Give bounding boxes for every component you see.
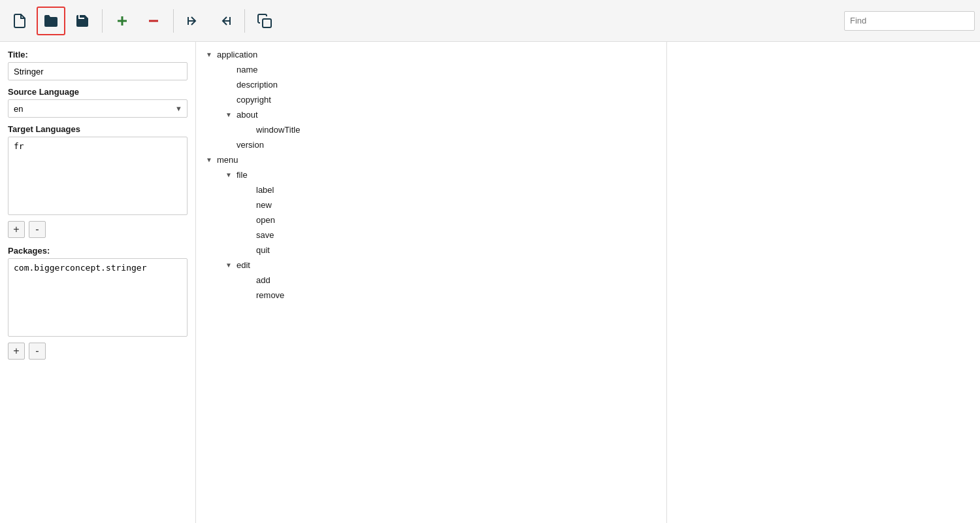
add-package-button[interactable]: +: [8, 343, 25, 360]
tree-item-label: name: [234, 64, 261, 75]
copy-button[interactable]: [250, 7, 279, 35]
save-button[interactable]: [68, 7, 97, 35]
tree-item-label: new: [253, 199, 274, 211]
tree-item-label: quit: [253, 245, 272, 256]
tree-item-label: remove: [253, 290, 287, 301]
source-language-select[interactable]: en fr de es: [8, 99, 188, 118]
target-languages-label: Target Languages: [8, 124, 188, 134]
target-languages-buttons: + -: [8, 221, 188, 238]
target-languages-textarea[interactable]: [8, 137, 188, 215]
remove-button[interactable]: [139, 7, 168, 35]
tree-item-label: add: [253, 275, 273, 286]
separator-3: [244, 9, 245, 33]
source-language-label: Source Language: [8, 87, 188, 97]
tree-item-label: open: [253, 214, 278, 226]
tree-item[interactable]: open: [196, 212, 666, 228]
tree-item[interactable]: ▼menu: [196, 152, 666, 167]
toolbar: [0, 0, 980, 42]
tree-item[interactable]: quit: [196, 243, 666, 258]
tree-item[interactable]: save: [196, 228, 666, 243]
indent-button[interactable]: [179, 7, 208, 35]
tree-item-label: save: [253, 229, 276, 241]
tree-item-label: windowTitle: [253, 124, 302, 135]
tree-item[interactable]: description: [196, 77, 666, 92]
tree-item-label: edit: [234, 260, 253, 271]
title-input[interactable]: [8, 62, 188, 80]
source-language-wrapper: en fr de es ▼: [8, 99, 188, 118]
tree-expand-icon[interactable]: ▼: [223, 260, 234, 271]
tree-item-label: menu: [214, 154, 241, 165]
tree-item[interactable]: version: [196, 137, 666, 152]
packages-textarea[interactable]: [8, 258, 188, 337]
tree-item[interactable]: ▼edit: [196, 258, 666, 273]
unindent-button[interactable]: [210, 7, 239, 35]
tree-item[interactable]: add: [196, 273, 666, 288]
tree-item[interactable]: name: [196, 62, 666, 77]
tree-expand-icon[interactable]: ▼: [204, 50, 214, 60]
tree-item-label: file: [234, 169, 250, 180]
tree-item-label: label: [253, 184, 276, 195]
add-button[interactable]: [108, 7, 137, 35]
tree-item[interactable]: ▼file: [196, 167, 666, 182]
tree-item[interactable]: windowTitle: [196, 122, 666, 137]
tree-item[interactable]: new: [196, 197, 666, 212]
left-panel: Title: Source Language en fr de es ▼ Tar…: [0, 42, 196, 523]
tree-item-label: description: [234, 79, 280, 90]
remove-package-button[interactable]: -: [29, 343, 46, 360]
tree-item-label: version: [234, 139, 267, 150]
svg-rect-7: [263, 19, 271, 27]
find-input[interactable]: [844, 11, 975, 31]
add-target-language-button[interactable]: +: [8, 221, 25, 238]
packages-buttons: + -: [8, 343, 188, 360]
tree-item[interactable]: remove: [196, 288, 666, 303]
tree-item[interactable]: label: [196, 182, 666, 197]
open-folder-button[interactable]: [37, 7, 65, 35]
tree-item-label: about: [234, 109, 261, 120]
tree-item-label: copyright: [234, 94, 274, 105]
separator-1: [102, 9, 103, 33]
tree-item[interactable]: ▼application: [196, 47, 666, 62]
tree-item[interactable]: ▼about: [196, 107, 666, 122]
separator-2: [173, 9, 174, 33]
tree-item-label: application: [214, 49, 260, 60]
packages-label: Packages:: [8, 246, 188, 256]
remove-target-language-button[interactable]: -: [29, 221, 46, 238]
tree-panel[interactable]: ▼applicationnamedescriptioncopyright▼abo…: [196, 42, 666, 523]
tree-expand-icon[interactable]: ▼: [204, 155, 214, 165]
tree-expand-icon[interactable]: ▼: [223, 110, 234, 120]
new-file-button[interactable]: [5, 7, 34, 35]
tree-item[interactable]: copyright: [196, 92, 666, 107]
main-area: Title: Source Language en fr de es ▼ Tar…: [0, 42, 980, 523]
title-label: Title:: [8, 50, 188, 59]
right-panel: [666, 42, 980, 523]
tree-expand-icon[interactable]: ▼: [223, 170, 234, 180]
